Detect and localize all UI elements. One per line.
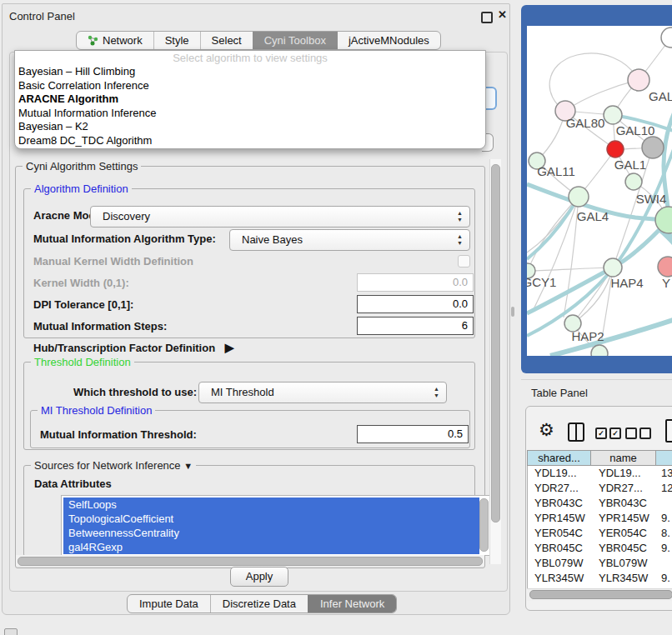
network-edge[interactable] (534, 197, 579, 309)
expanded-arrow-icon[interactable]: ▼ (183, 461, 193, 471)
mi-algorithm-type-value: Naive Bayes (242, 230, 303, 250)
network-canvas[interactable]: GALGAL80GAL10GAL1GAL11GAL4SWI4GCY1HAP4YH… (527, 26, 672, 356)
manual-kernel-width-label: Manual Kernel Width Definition (33, 255, 193, 268)
settings-hscrollbar-thumb[interactable] (18, 557, 483, 566)
tab-network[interactable]: Network (77, 32, 153, 49)
column-header[interactable]: name (591, 450, 656, 466)
apply-button[interactable]: Apply (230, 567, 288, 587)
list-scrollbar-thumb[interactable] (479, 498, 489, 552)
table-row[interactable]: YDR27...YDR27...12 (528, 481, 672, 496)
network-node[interactable] (658, 257, 672, 277)
data-attributes-list[interactable]: SelfLoopsTopologicalCoefficientBetweenne… (61, 495, 491, 556)
data-attributes-label: Data Attributes (34, 478, 112, 490)
close-panel-icon[interactable]: ✕ (498, 8, 507, 21)
mi-threshold-group-title: MI Threshold Definition (38, 404, 155, 417)
algorithm-option[interactable]: ARACNE Algorithm (15, 92, 485, 107)
network-node[interactable] (569, 187, 589, 207)
mi-algorithm-type-select[interactable]: Naive Bayes ▲▼ (229, 229, 470, 251)
hub-definition-toggle[interactable]: Hub/Transcription Factor Definition ▶ (33, 341, 234, 354)
node-label: GAL10 (616, 123, 655, 138)
manual-kernel-width-checkbox[interactable] (458, 255, 470, 268)
node-label: GAL80 (566, 116, 605, 130)
bottom-tab-discretize-data[interactable]: Discretize Data (210, 595, 308, 612)
kernel-width-field[interactable]: 0.0 (357, 273, 474, 292)
tab-jactivemnodules[interactable]: jActiveMNodules (337, 32, 440, 49)
tab-label: Network (103, 32, 143, 49)
tab-select[interactable]: Select (200, 32, 253, 49)
table-cell: YER054C (592, 526, 657, 541)
deselect-all-box-icon[interactable] (625, 428, 637, 439)
node-label: HAP2 (571, 329, 604, 343)
attribute-item[interactable]: SelfLoops (63, 498, 479, 512)
algorithm-dropdown-popup: Select algorithm to view settingsBayesia… (14, 50, 486, 149)
network-node[interactable] (661, 28, 672, 48)
table-cell: YDL19... (528, 466, 592, 481)
algorithm-option[interactable]: Bayesian – Hill Climbing (15, 65, 485, 79)
table-cell: 9. (657, 571, 672, 586)
table-cell: YDR27... (528, 481, 592, 496)
table-row[interactable]: YBR045CYBR045C9. (528, 541, 672, 556)
stepper-icon: ▲▼ (433, 386, 440, 399)
table-row[interactable]: YBL079WYBL079W (528, 556, 672, 571)
select-all-check-icon[interactable]: ✓ (609, 428, 621, 439)
node-label: HAP4 (610, 276, 643, 290)
column-header[interactable]: shared... (527, 450, 591, 466)
table-cell: YBR045C (528, 541, 592, 556)
table-cell: YDL19... (592, 466, 657, 481)
network-node[interactable] (604, 106, 622, 124)
bottom-tab-infer-network[interactable]: Infer Network (308, 595, 396, 612)
table-cell: YLR345W (592, 571, 657, 586)
network-graph[interactable]: GALGAL80GAL10GAL1GAL11GAL4SWI4GCY1HAP4YH… (527, 26, 672, 356)
dpi-tolerance-field[interactable]: 0.0 (357, 295, 474, 313)
network-node[interactable] (604, 258, 622, 277)
table-row[interactable]: YER054CYER054C8. (528, 526, 672, 541)
gear-icon[interactable]: ⚙ (539, 419, 554, 441)
bottom-tab-impute-data[interactable]: Impute Data (128, 595, 210, 612)
algorithm-option[interactable]: Bayesian – K2 (15, 120, 485, 134)
network-edge[interactable] (565, 80, 639, 111)
document-icon[interactable] (665, 419, 672, 442)
network-node[interactable] (591, 345, 608, 356)
column-header[interactable] (656, 450, 672, 466)
which-threshold-select[interactable]: MI Threshold ▲▼ (198, 382, 447, 403)
network-node[interactable] (607, 141, 624, 158)
settings-scrollbar-thumb[interactable] (491, 164, 500, 522)
table-hscrollbar-thumb[interactable] (529, 590, 672, 599)
attribute-item[interactable]: gal4RGexp (63, 540, 479, 554)
attribute-item[interactable]: BetweennessCentrality (63, 526, 479, 540)
float-window-icon[interactable] (481, 12, 493, 23)
screen: Control Panel ✕ NetworkStyleSelectCyni T… (0, 0, 672, 635)
mi-steps-field[interactable]: 6 (357, 317, 474, 335)
network-edge[interactable] (528, 268, 613, 271)
table-row[interactable]: YLR345WYLR345W9. (528, 571, 672, 586)
algorithm-option[interactable]: Basic Correlation Inference (15, 79, 485, 93)
aracne-mode-select[interactable]: Discovery ▲▼ (90, 206, 470, 228)
aracne-mode-value: Discovery (103, 207, 150, 227)
cyni-settings-group-title: Cyni Algorithm Settings (23, 160, 141, 172)
hub-definition-label: Hub/Transcription Factor Definition (33, 342, 215, 354)
stepper-icon: ▲▼ (456, 233, 464, 247)
mi-threshold-field[interactable]: 0.5 (357, 425, 469, 443)
select-all-check-icon[interactable]: ✓ (595, 428, 607, 439)
algorithm-option[interactable]: Dream8 DC_TDC Algorithm (15, 134, 485, 148)
sources-group-title: Sources for Network Inference ▼ (31, 459, 196, 472)
table-row[interactable]: YDL19...YDL19...13 (528, 466, 672, 481)
deselect-all-box-icon[interactable] (639, 428, 651, 439)
attribute-item[interactable]: TopologicalCoefficient (63, 512, 479, 526)
table-row[interactable]: YPR145WYPR145W9. (528, 511, 672, 526)
splitter-handle[interactable] (511, 307, 514, 317)
table-body[interactable]: YDL19...YDL19...13YDR27...YDR27...12YBR0… (527, 466, 672, 588)
network-node[interactable] (642, 137, 664, 158)
table-cell: 13 (657, 466, 672, 481)
tab-cyni-toolbox[interactable]: Cyni Toolbox (253, 32, 337, 49)
tab-style[interactable]: Style (153, 32, 200, 49)
split-columns-icon[interactable] (568, 422, 584, 442)
table-panel-title: Table Panel (531, 387, 588, 399)
network-node[interactable] (628, 69, 649, 91)
table-header-row: shared...name (527, 450, 672, 466)
node-label: GAL1 (614, 158, 646, 172)
network-node[interactable] (625, 173, 642, 190)
table-row[interactable]: YBR043CYBR043C (528, 496, 672, 511)
table-cell: YBL079W (528, 556, 592, 571)
algorithm-option[interactable]: Mutual Information Inference (15, 107, 485, 121)
